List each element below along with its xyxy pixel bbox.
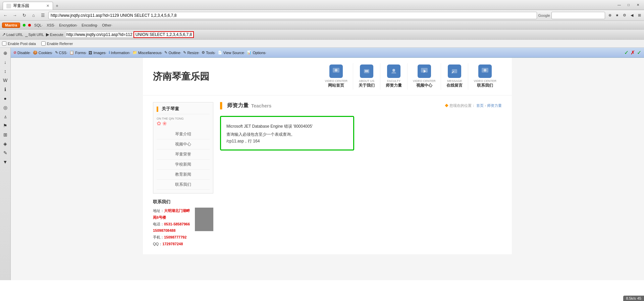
menu-encryption[interactable]: Encryption·	[58, 23, 78, 27]
about-title: ▌ 关于琴童	[157, 106, 210, 114]
val-outline[interactable]: ✎ Outline·	[164, 50, 181, 55]
miscellaneous-icon: 📁	[132, 50, 137, 55]
google-label: Google	[538, 13, 550, 17]
left-panel: ▌ 关于琴童 ON THE QIN TONG ✿ ❀ 琴童介绍 视频中心	[153, 102, 213, 248]
val-resize[interactable]: ✎ Resize·	[183, 50, 200, 55]
section-title: ▌ 师资力量 Teachers	[220, 102, 271, 109]
sidebar-icon-9[interactable]: ⚑	[1, 122, 9, 130]
new-tab-button[interactable]: +	[53, 2, 61, 10]
menu-item-video[interactable]: 视频中心	[157, 139, 210, 149]
nav-teacher-icon	[387, 64, 400, 78]
nav-video-icon	[418, 64, 431, 78]
nav-icon-4[interactable]: ◀	[629, 12, 635, 19]
execute-button[interactable]: ▶ Execute	[46, 32, 63, 37]
split-url-button[interactable]: ⎯ Split URL	[25, 32, 44, 37]
nav-item-about[interactable]: ABOUT US 关于我们	[353, 63, 380, 90]
val-disable[interactable]: ⊘ Disable·	[13, 50, 31, 55]
menu-xss[interactable]: XSS·	[46, 23, 56, 27]
maximize-button[interactable]: □	[625, 3, 632, 7]
enable-post-checkbox[interactable]	[2, 41, 6, 46]
nav-item-teacher[interactable]: FACULTY 师资力量	[380, 63, 408, 90]
nav-icon-5[interactable]: ⊞	[636, 12, 643, 19]
sidebar-icon-7[interactable]: ◎	[1, 103, 9, 112]
forward-button[interactable]: →	[11, 11, 19, 19]
sidebar-icon-2[interactable]: ↓	[1, 58, 9, 66]
active-tab[interactable]: 琴童乐园 ✕	[3, 2, 53, 10]
website-inner: 济南琴童乐园 VIDEO CENTER 网站首页	[143, 58, 512, 254]
tab-close-button[interactable]: ✕	[46, 4, 49, 8]
val-forms[interactable]: 📋 Forms·	[69, 50, 87, 55]
val-information[interactable]: ℹ Information·	[109, 50, 130, 55]
main-layout: ⊕ ↓ ↕ W ℹ ● ◎ ⍋ ⚑ ⊞ ◈ ✎ ▼ ⊘ Disable· 🍪 C…	[0, 48, 644, 280]
val-css[interactable]: ✎ CSS·	[55, 50, 68, 55]
nav-icon-3[interactable]: ⚙	[621, 12, 628, 19]
close-button[interactable]: ✕	[635, 3, 641, 7]
enable-referrer-label[interactable]: Enable Referrer	[41, 41, 73, 46]
nav-item-video[interactable]: VIDEO CENTER 视频中心	[408, 63, 441, 90]
menu-item-school-news[interactable]: 学校新闻	[157, 160, 210, 170]
nav-message-label: 在线留言	[446, 83, 463, 88]
val-tools[interactable]: ⚙ Tools·	[202, 50, 216, 55]
site-logo: 济南琴童乐园	[153, 70, 209, 83]
breadcrumb-home-link[interactable]: 首页	[476, 103, 484, 108]
menu-item-edu-news[interactable]: 教育新闻	[157, 170, 210, 180]
sidebar-icon-6[interactable]: ●	[1, 94, 9, 102]
val-images[interactable]: 🖼 Images·	[89, 51, 106, 55]
bookmarks-button[interactable]: ☰	[39, 11, 47, 19]
menu-other[interactable]: Other·	[101, 23, 113, 27]
nav-icon-1[interactable]: ⊕	[606, 12, 613, 19]
refresh-button[interactable]: ↻	[20, 11, 28, 19]
val-view-source[interactable]: 📄 View Source·	[218, 50, 245, 55]
menu-item-honor[interactable]: 琴童荣誉	[157, 149, 210, 160]
sidebar-icon-8[interactable]: ⍋	[1, 113, 9, 121]
information-label: Information·	[111, 51, 130, 55]
nav-item-contact[interactable]: VIDEO CENTER 联系我们	[468, 63, 502, 90]
menu-item-intro[interactable]: 琴童介绍	[157, 129, 210, 139]
mobile-value: 15098777792	[164, 235, 186, 239]
contact-mobile: 手机：15098777792	[153, 234, 213, 241]
val-miscellaneous[interactable]: 📁 Miscellaneous·	[132, 50, 163, 55]
error-line1: Microsoft JET Database Engine 错误 '800040…	[226, 122, 348, 130]
enable-referrer-checkbox[interactable]	[41, 41, 46, 46]
load-url-button[interactable]: ↗ Load URL	[2, 32, 23, 37]
menu-encoding[interactable]: Encoding·	[81, 23, 99, 27]
enable-post-label[interactable]: Enable Post data	[2, 41, 36, 46]
mantra-button[interactable]: Mantra	[2, 23, 20, 28]
svg-point-5	[392, 69, 395, 72]
mobile-label: 手机：	[153, 235, 164, 239]
about-title-text: 关于琴童	[162, 106, 179, 112]
svg-rect-2	[364, 69, 369, 73]
menu-item-contact-us[interactable]: 联系我们	[157, 180, 210, 190]
nav-item-home[interactable]: VIDEO CENTER 网站首页	[319, 63, 353, 90]
sidebar-icon-5[interactable]: ℹ	[1, 85, 9, 93]
view-source-icon: 📄	[218, 50, 222, 55]
val-options[interactable]: 📊 Options·	[247, 50, 266, 55]
sidebar-icon-4[interactable]: W	[1, 76, 9, 84]
home-button[interactable]: ⌂	[30, 11, 38, 19]
cookies-label: Cookies·	[39, 51, 53, 55]
search-input[interactable]	[551, 12, 605, 19]
sidebar-icon-arrow[interactable]: ▼	[1, 158, 9, 166]
minimize-button[interactable]: —	[616, 3, 623, 7]
val-cookies[interactable]: 🍪 Cookies·	[33, 50, 53, 55]
section-header: ▌ 师资力量 Teachers ◆ 您现在的位置： 首页 › 师资力量	[220, 102, 502, 109]
nav-teacher-sub: FACULTY	[387, 79, 400, 83]
status-number: 45	[637, 296, 641, 300]
section-title-icon: ▌	[220, 102, 224, 109]
nav-message-sub: MESSAGE	[447, 79, 462, 83]
nav-icon-2[interactable]: ★	[614, 12, 621, 19]
sidebar-icon-1[interactable]: ⊕	[1, 49, 9, 57]
toolbar2: ↗ Load URL ⎯ Split URL ▶ Execute http://…	[0, 30, 644, 40]
nav-item-message[interactable]: MESSAGE 在线留言	[441, 63, 468, 90]
web-content: ⊘ Disable· 🍪 Cookies· ✎ CSS· 📋 Forms· 🖼 …	[11, 48, 644, 280]
breadcrumb-current-link[interactable]: 师资力量	[487, 103, 502, 108]
url-input[interactable]	[48, 12, 537, 19]
sidebar-icon-10[interactable]: ⊞	[1, 131, 9, 139]
execute-label: Execute	[50, 33, 63, 37]
sidebar-icon-11[interactable]: ◈	[1, 140, 9, 148]
back-button[interactable]: ←	[1, 11, 9, 19]
sidebar-icon-3[interactable]: ↕	[1, 67, 9, 75]
menu-sql[interactable]: SQL·	[34, 23, 43, 27]
sidebar-icon-12[interactable]: ✎	[1, 149, 9, 157]
flower-icon-2: ❀	[162, 120, 167, 127]
